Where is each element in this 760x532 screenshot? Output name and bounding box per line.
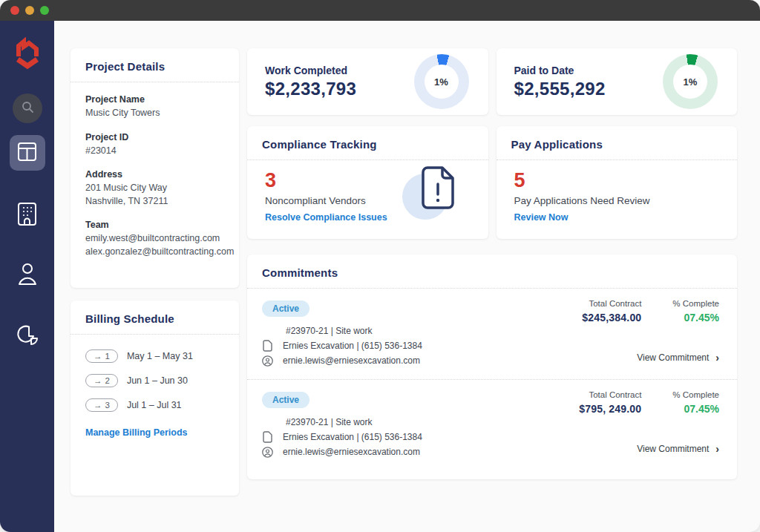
- period-range: May 1 – May 31: [127, 351, 193, 361]
- donut-percent-label: 1%: [673, 65, 707, 99]
- billing-period-row: → 1 May 1 – May 31: [85, 349, 224, 363]
- document-icon: [262, 431, 273, 443]
- field-label: Project ID: [85, 132, 224, 142]
- percent-complete-stat: % Complete 07.45%: [672, 299, 719, 324]
- compliance-tracking-title: Compliance Tracking: [247, 126, 488, 160]
- zoom-window-button[interactable]: [40, 6, 49, 15]
- billing-period-row: → 3 Jul 1 – Jul 31: [85, 398, 224, 412]
- pay-applications-card: Pay Applications 5 Pay Applications Need…: [497, 126, 738, 239]
- app-window: Project Details Project Name Music City …: [0, 0, 760, 532]
- status-badge[interactable]: Active: [262, 392, 309, 408]
- commitment-id: #23970-21 | Site work: [262, 326, 373, 336]
- commitment-row: Active #23970-21 | Site work Ernies Exca…: [247, 289, 737, 379]
- manage-billing-periods-link[interactable]: Manage Billing Periods: [85, 427, 188, 438]
- period-range: Jul 1 – Jul 31: [127, 400, 182, 410]
- chevron-right-icon: ›: [715, 352, 719, 363]
- commitments-card: Commitments Active #23970-21 | Site work…: [247, 254, 737, 479]
- commitment-id: #23970-21 | Site work: [262, 417, 373, 427]
- stat-title: Work Completed: [265, 65, 356, 76]
- donut-percent-label: 1%: [425, 65, 459, 99]
- close-window-button[interactable]: [10, 6, 19, 15]
- field-label: Team: [85, 220, 224, 230]
- period-number: 3: [105, 401, 110, 410]
- search-button[interactable]: [13, 93, 42, 123]
- billing-period-pill[interactable]: → 2: [85, 374, 118, 387]
- document-icon: [262, 340, 273, 352]
- compliance-tracking-card: Compliance Tracking 3 Noncompliant Vendo…: [247, 126, 488, 239]
- field-value: 201 Music City Way Nashville, TN 37211: [85, 182, 224, 208]
- project-name-field: Project Name Music City Towers: [85, 94, 224, 120]
- contact-icon: [262, 355, 273, 367]
- arrow-right-icon: →: [94, 401, 102, 410]
- pay-applications-title: Pay Applications: [497, 126, 738, 160]
- view-commitment-link[interactable]: View Commitment ›: [637, 444, 719, 454]
- address-field: Address 201 Music City Way Nashville, TN…: [85, 169, 224, 208]
- person-icon: [16, 262, 39, 289]
- vendor-phone: Ernies Excavation | (615) 536-1384: [283, 432, 422, 442]
- project-details-title: Project Details: [71, 48, 239, 82]
- field-value: #23014: [85, 145, 224, 158]
- total-contract-stat: Total Contract $795, 249.00: [579, 390, 641, 415]
- contact-icon: [262, 447, 273, 458]
- vendor-phone: Ernies Excavation | (615) 536-1384: [283, 341, 422, 351]
- alert-document-icon: [402, 163, 465, 227]
- search-icon: [21, 100, 34, 116]
- sidebar-item-contacts[interactable]: [16, 262, 39, 289]
- sidebar: [0, 21, 54, 532]
- period-range: Jun 1 – Jun 30: [127, 375, 188, 386]
- billing-period-row: → 2 Jun 1 – Jun 30: [85, 374, 224, 387]
- stat-title: Paid to Date: [514, 65, 606, 76]
- stat-value: $2,233,793: [265, 79, 356, 99]
- project-details-card: Project Details Project Name Music City …: [71, 48, 239, 288]
- project-id-field: Project ID #23014: [85, 132, 224, 158]
- paid-to-date-donut-chart: 1%: [663, 54, 718, 109]
- total-contract-value: $795, 249.00: [579, 403, 641, 415]
- work-completed-donut-chart: 1%: [414, 54, 469, 109]
- view-commitment-link[interactable]: View Commitment ›: [637, 352, 719, 363]
- vendor-email: ernie.lewis@erniesexcavation.com: [283, 447, 420, 457]
- sidebar-item-reports[interactable]: [16, 323, 39, 349]
- billing-period-pill[interactable]: → 3: [85, 398, 118, 412]
- total-contract-stat: Total Contract $245,384.00: [582, 299, 641, 324]
- billing-period-pill[interactable]: → 1: [85, 349, 118, 363]
- review-now-link[interactable]: Review Now: [514, 212, 569, 223]
- commitments-title: Commitments: [247, 254, 737, 288]
- work-completed-card: Work Completed $2,233,793 1%: [247, 48, 488, 115]
- paid-to-date-card: Paid to Date $2,555,292 1%: [497, 48, 738, 115]
- status-badge[interactable]: Active: [262, 301, 309, 317]
- arrow-right-icon: →: [94, 376, 102, 385]
- team-field: Team emily.west@builtcontracting.com ale…: [85, 220, 224, 258]
- pay-apps-count: 5: [514, 169, 720, 192]
- resolve-compliance-issues-link[interactable]: Resolve Compliance Issues: [265, 212, 387, 223]
- billing-schedule-title: Billing Schedule: [71, 301, 239, 334]
- sidebar-item-projects[interactable]: [17, 202, 37, 229]
- chevron-right-icon: ›: [715, 444, 719, 454]
- billing-schedule-card: Billing Schedule → 1 May 1 – May 31: [71, 301, 239, 496]
- pie-chart-icon: [16, 323, 39, 349]
- percent-complete-value: 07.45%: [672, 403, 719, 415]
- commitment-row: Active #23970-21 | Site work Ernies Exca…: [247, 380, 737, 470]
- stat-value: $2,555,292: [514, 79, 606, 99]
- titlebar: [0, 0, 760, 21]
- built-logo-icon[interactable]: [13, 37, 42, 74]
- pay-apps-label: Pay Applications Need Review: [514, 195, 720, 206]
- period-number: 1: [105, 352, 110, 361]
- percent-complete-value: 07.45%: [672, 312, 719, 324]
- sidebar-item-dashboard[interactable]: [10, 135, 45, 171]
- vendor-email: ernie.lewis@erniesexcavation.com: [283, 355, 420, 366]
- field-label: Address: [85, 169, 224, 180]
- period-number: 2: [105, 376, 110, 385]
- minimize-window-button[interactable]: [25, 6, 34, 15]
- field-value: emily.west@builtcontracting.com alex.gon…: [85, 232, 224, 258]
- field-label: Project Name: [85, 94, 224, 105]
- total-contract-value: $245,384.00: [582, 312, 641, 324]
- arrow-right-icon: →: [94, 352, 102, 361]
- dashboard-layout-icon: [17, 142, 37, 165]
- percent-complete-stat: % Complete 07.45%: [672, 390, 719, 415]
- field-value: Music City Towers: [85, 107, 224, 120]
- building-icon: [17, 202, 37, 229]
- main-content: Project Details Project Name Music City …: [54, 21, 760, 532]
